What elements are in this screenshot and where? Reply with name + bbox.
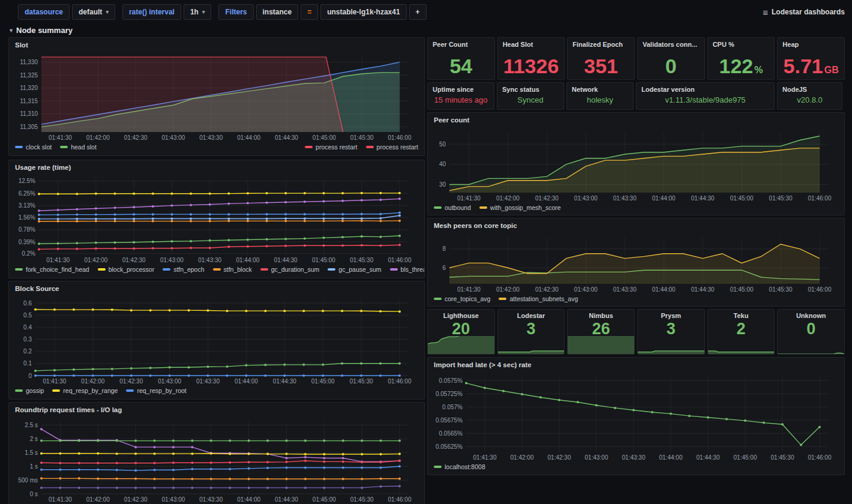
svg-text:01:43:00: 01:43:00 [574,195,598,202]
panel-title[interactable]: Peer count [428,113,844,127]
toolbar: datasource default ▾ rate() interval 1h … [0,0,852,24]
svg-text:0.4: 0.4 [23,324,32,331]
legend-item[interactable]: block_processor [98,266,154,273]
panel-title[interactable]: Block Source [9,281,424,296]
svg-text:0.5: 0.5 [23,312,32,319]
svg-text:0.2%: 0.2% [22,250,35,257]
svg-text:01:41:30: 01:41:30 [457,286,481,293]
block-source-chart[interactable]: 01:41:3001:42:0001:42:3001:43:0001:43:30… [14,296,421,386]
interval-label[interactable]: rate() interval [122,4,181,20]
legend-item[interactable]: head slot [60,143,97,151]
panel-title[interactable]: Mesh peers on core topic [428,218,844,233]
datasource-label[interactable]: datasource [18,4,70,20]
svg-text:01:46:00: 01:46:00 [388,134,412,141]
panel-title[interactable]: Usage rate (time) [9,160,424,175]
stat-cpu: CPU % 122% [707,37,775,80]
svg-text:2.5 s: 2.5 s [25,422,38,428]
legend-swatch [52,389,60,392]
svg-text:01:42:30: 01:42:30 [535,286,559,293]
legend-item[interactable]: gossip [15,387,44,394]
mesh-peers-chart[interactable]: 01:41:3001:42:0001:42:3001:43:0001:43:30… [433,233,841,294]
panel-title[interactable]: Slot [9,38,424,52]
panel-mesh-peers: Mesh peers on core topic 01:41:3001:42:0… [427,218,845,307]
svg-text:01:44:00: 01:44:00 [659,454,683,461]
svg-text:11,315: 11,315 [20,98,38,104]
stat-value: 15 minutes ago [428,95,494,104]
legend: gossip req_resp_by_range req_resp_by_roo… [9,386,424,394]
svg-text:2 s: 2 s [30,436,38,442]
svg-text:0.39%: 0.39% [19,239,35,245]
roundtrip-chart[interactable]: 01:41:3001:42:0001:42:3001:43:0001:43:30… [14,417,421,504]
legend-item[interactable]: process restart [366,143,418,151]
filter-key-chip[interactable]: instance [256,4,299,20]
stat-heap: Heap 5.71GB [777,37,845,80]
stat-sync-status: Sync status Synced [497,82,564,110]
stat-nimbus: Nimbus 26 [567,309,635,355]
panel-title[interactable]: Roundtrip request times - I/O lag [9,403,424,417]
legend-item[interactable]: with_gossip_mesh_score [479,204,561,211]
interval-select[interactable]: 1h ▾ [184,4,212,20]
datasource-select[interactable]: default ▾ [72,4,115,20]
stat-row-2: Uptime since 15 minutes ago Sync status … [427,82,845,110]
legend-item[interactable]: localhost:8008 [434,463,485,470]
svg-text:8: 8 [442,245,446,252]
svg-text:01:42:30: 01:42:30 [548,454,571,461]
svg-text:0.0565%: 0.0565% [439,430,463,437]
slot-chart[interactable]: 01:41:3001:42:0001:42:3001:43:0001:43:30… [14,52,421,142]
legend-item[interactable]: clock slot [15,143,52,151]
svg-text:01:46:00: 01:46:00 [808,454,832,461]
svg-text:01:46:00: 01:46:00 [808,286,832,293]
svg-text:01:43:30: 01:43:30 [196,378,220,385]
svg-text:01:45:00: 01:45:00 [730,286,754,293]
svg-text:0.0575%: 0.0575% [439,377,463,384]
row-node-summary[interactable]: ▾ Node summary [0,24,852,37]
import-head-late-chart[interactable]: 01:41:3001:42:0001:42:3001:43:0001:43:30… [433,372,841,462]
svg-text:11,325: 11,325 [20,72,38,79]
dashboards-link[interactable]: ≡ Lodestar dashboards [763,7,845,17]
svg-text:01:46:00: 01:46:00 [808,195,832,202]
legend-item[interactable]: bls_thread_pool_sum [390,266,425,273]
svg-text:0.6: 0.6 [23,300,32,307]
svg-text:01:44:30: 01:44:30 [274,257,298,263]
usage-rate-chart[interactable]: 01:41:3001:42:0001:42:3001:43:0001:43:30… [14,175,421,265]
svg-text:01:45:30: 01:45:30 [350,496,374,503]
sparkline [498,336,565,354]
legend-item[interactable]: process restart [305,143,357,151]
svg-text:6: 6 [442,265,446,271]
legend-item[interactable]: core_topics_avg [434,295,490,302]
svg-text:01:41:30: 01:41:30 [49,496,72,503]
stat-validators-connected: Validators conn... 0 [637,37,705,80]
legend-item[interactable]: req_resp_by_range [52,387,118,394]
legend-item[interactable]: gc_duration_sum [260,266,320,273]
svg-text:01:44:30: 01:44:30 [691,286,715,293]
add-filter-button[interactable]: + [409,4,427,20]
filters-label[interactable]: Filters [218,4,253,20]
stat-suffix: GB [824,65,839,76]
svg-text:0.05725%: 0.05725% [436,391,463,397]
svg-text:01:44:00: 01:44:00 [237,496,260,503]
svg-text:01:42:30: 01:42:30 [119,378,143,385]
svg-text:0.057%: 0.057% [442,404,463,410]
legend-swatch [126,389,134,392]
legend-item[interactable]: gc_pause_sum [328,266,381,273]
stat-value: v20.8.0 [778,95,842,104]
legend-item[interactable]: attestation_subnets_avg [499,295,578,302]
legend-item[interactable]: stfn_epoch [163,266,204,273]
svg-text:01:46:00: 01:46:00 [388,378,412,385]
svg-text:01:42:00: 01:42:00 [496,195,520,202]
svg-text:01:44:00: 01:44:00 [652,195,676,202]
legend-item[interactable]: fork_choice_find_head [15,266,89,273]
svg-text:01:43:30: 01:43:30 [613,286,637,293]
peer-count-chart[interactable]: 01:41:3001:42:0001:42:3001:43:0001:43:30… [433,127,841,203]
legend-item[interactable]: stfn_block [213,266,252,273]
legend: outbound with_gossip_mesh_score [428,203,844,211]
filter-value-chip[interactable]: unstable-lg1k-hzax41 [320,4,406,20]
svg-text:50: 50 [439,141,446,148]
legend-item[interactable]: req_resp_by_root [126,387,186,394]
legend-item[interactable]: outbound [434,204,471,211]
panel-title[interactable]: Import head late (> 4 sec) rate [428,358,844,372]
svg-text:01:42:00: 01:42:00 [86,496,110,503]
stat-head-slot: Head Slot 11326 [497,37,565,80]
filter-operator-chip[interactable]: = [301,4,318,20]
stat-nodejs: NodeJS v20.8.0 [777,82,842,110]
